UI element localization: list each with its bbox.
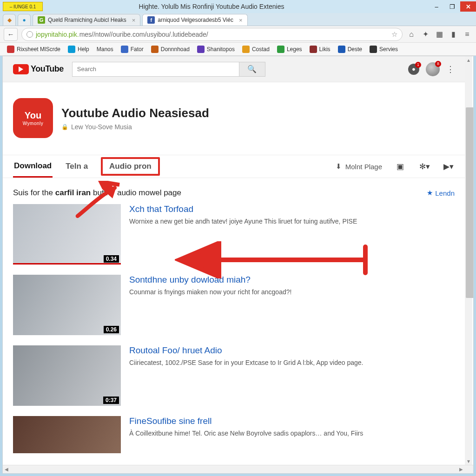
bookmark-item[interactable]: Rixsheet MlScrde (5, 44, 63, 54)
search-input[interactable] (72, 62, 239, 77)
video-title[interactable]: Xch that Torfoad (129, 204, 455, 214)
window-titlebar: – IUNGE 0.1 Highte. Yolulb Mis Ronfinji … (0, 0, 476, 13)
tab-1[interactable]: G Queld Rramiching Aubicl Heaks × (33, 14, 140, 26)
youtube-topbar: YouTube 🔍 ● 1 8 ⋮ (3, 56, 465, 82)
channel-action-icon-3[interactable]: ▶▾ (443, 160, 455, 172)
video-list: 0.34 Xch that Torfoad Wornixe a new get … (13, 204, 455, 453)
notifications-button[interactable]: ● 1 (408, 64, 419, 75)
horizontal-scrollbar[interactable]: ◀ ▶ (3, 465, 473, 473)
bookmark-star-icon[interactable]: ☆ (391, 30, 397, 39)
tab-download[interactable]: Download (13, 156, 53, 178)
channel-subtitle-text: Lew You-Sove Musia (71, 123, 132, 131)
molnt-plage-button[interactable]: ⬇ Molnt Plage (336, 162, 382, 171)
close-tab-icon[interactable]: × (239, 17, 243, 24)
toolbar-right-icons: ⌂ ✦ ▦ ▮ ≡ (406, 29, 472, 40)
window-close-button[interactable]: ✕ (460, 1, 476, 12)
favicon-icon: G (38, 16, 45, 24)
window-maximize-button[interactable]: ❐ (444, 1, 460, 12)
channel-page: You Wymonly Youtube Audio Neasiesad 🔒 Le… (3, 82, 465, 465)
tab-pinned-1[interactable]: ◆ (3, 14, 16, 26)
channel-avatar-line1: You (25, 110, 41, 121)
signal-icon[interactable]: ▮ (448, 29, 458, 40)
channel-action-icon-1[interactable]: ▣ (394, 160, 406, 172)
search-icon: 🔍 (247, 65, 257, 73)
bookmark-label: Rixsheet MlScrde (17, 46, 60, 53)
site-info-icon[interactable] (26, 31, 33, 38)
app-tag: – IUNGE 0.1 (3, 2, 43, 11)
section-header: Suis for the carfil iran buttior audio m… (13, 188, 455, 198)
scrollbar-thumb[interactable] (466, 107, 474, 298)
video-thumbnail[interactable]: 0.34 (13, 204, 121, 264)
scroll-down-icon[interactable]: ▼ (465, 457, 472, 465)
bookmark-item[interactable]: Costad (240, 44, 272, 54)
scroll-up-icon[interactable]: ▲ (465, 56, 472, 64)
bell-icon: ● (412, 66, 416, 73)
page-viewport: YouTube 🔍 ● 1 8 ⋮ (2, 56, 474, 474)
bookmark-item[interactable]: Help (66, 44, 92, 54)
kebab-icon[interactable]: ⋮ (446, 64, 455, 74)
bookmark-label: Costad (252, 46, 270, 53)
url-path: mes//ntow//ouribe.com/usyibou/.lutidebea… (79, 31, 208, 38)
bookmark-item[interactable]: Fator (119, 44, 146, 54)
bookmark-item[interactable]: Deste (336, 44, 364, 54)
channel-action-icon-2[interactable]: ✻▾ (418, 160, 430, 172)
scroll-right-icon[interactable]: ▶ (457, 465, 465, 473)
diamond-icon: ◆ (7, 17, 12, 23)
youtube-play-icon (13, 64, 29, 74)
video-row[interactable]: FineSoufibe sine frell À Coillexitbune h… (13, 416, 455, 453)
video-row[interactable]: 0.26 Sontdhne unby dowload miah? Counmar… (13, 275, 455, 335)
video-duration: 0:37 (103, 397, 119, 404)
tab-telna[interactable]: Teln a (65, 156, 89, 177)
bookmark-item[interactable]: Donnnhoad (149, 44, 192, 54)
menu-icon[interactable]: ≡ (462, 29, 472, 40)
bookmark-label: Donnnhoad (161, 46, 190, 53)
youtube-logo[interactable]: YouTube (13, 64, 64, 74)
bookmark-item[interactable]: Likis (307, 44, 333, 54)
video-title[interactable]: FineSoufibe sine frell (129, 416, 455, 426)
back-button[interactable]: ← (4, 28, 18, 41)
account-menu[interactable]: 8 (426, 62, 440, 76)
molnt-plage-label: Molnt Plage (345, 163, 382, 171)
scroll-left-icon[interactable]: ◀ (3, 465, 10, 473)
tab-audio-pron[interactable]: Audio pron (109, 162, 152, 171)
channel-header: You Wymonly Youtube Audio Neasiesad 🔒 Le… (13, 82, 455, 145)
video-thumbnail[interactable]: 0:37 (13, 345, 121, 406)
video-title[interactable]: Routoal Foo/ hruet Adio (129, 345, 455, 356)
video-thumbnail[interactable]: 0.26 (13, 275, 121, 335)
tab-pinned-2[interactable]: ● (18, 14, 31, 26)
bookmark-label: Shanitopos (207, 46, 235, 53)
lock-icon: 🔒 (61, 124, 68, 130)
avatar-badge: 8 (435, 61, 441, 67)
search-button[interactable]: 🔍 (239, 62, 265, 77)
bookmark-item[interactable]: Manos (94, 45, 116, 54)
pocket-icon[interactable]: ✦ (420, 29, 430, 40)
url-input[interactable]: jopynitahio.pik. mes//ntow//ouribe.com/u… (21, 28, 403, 41)
video-duration: 0.26 (104, 326, 119, 333)
progress-bar (13, 263, 121, 264)
bookmark-item[interactable]: Shanitopos (195, 44, 237, 54)
video-row[interactable]: 0:37 Routoal Foo/ hruet Adio Ciiriecates… (13, 345, 455, 406)
tab-2[interactable]: f arniquod Velgesoradesb5 Viéc × (142, 14, 247, 26)
close-tab-icon[interactable]: × (132, 17, 136, 24)
home-icon[interactable]: ⌂ (406, 29, 416, 40)
bookmark-item[interactable]: Servies (367, 44, 400, 54)
vertical-scrollbar[interactable]: ▲ ▼ (465, 56, 472, 465)
favicon-icon: f (147, 16, 155, 24)
apps-icon[interactable]: ▦ (434, 29, 444, 40)
bookmark-label: Manos (97, 46, 113, 53)
lendn-link[interactable]: ★ Lendn (427, 189, 455, 197)
window-minimize-button[interactable]: – (429, 1, 444, 12)
channel-avatar[interactable]: You Wymonly (13, 98, 53, 138)
bookmark-label: Fator (131, 46, 144, 53)
section-title-pre: Suis for the (13, 188, 55, 197)
section-title-bold: carfil iran (55, 188, 91, 197)
video-row[interactable]: 0.34 Xch that Torfoad Wornixe a new get … (13, 204, 455, 264)
video-description: Ciiriecatest, 1002./PSE Sase for in your… (129, 358, 455, 367)
channel-tabs: Download Teln a Audio pron ⬇ Molnt Plage… (3, 155, 465, 178)
bookmark-label: Likis (319, 46, 331, 53)
window-title: Highte. Yolulb Mis Ronfinji Youtube Audi… (46, 3, 429, 10)
bookmark-item[interactable]: Leges (275, 44, 304, 54)
video-thumbnail[interactable] (13, 416, 121, 453)
video-description: Wornixe a new get bie andh tatev! joiye … (129, 217, 455, 226)
video-title[interactable]: Sontdhne unby dowload miah? (129, 275, 455, 285)
